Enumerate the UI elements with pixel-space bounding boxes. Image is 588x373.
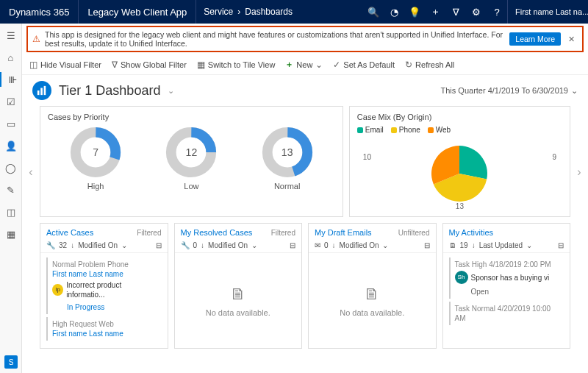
- accounts-icon[interactable]: ▭: [4, 116, 18, 131]
- brand-label[interactable]: Dynamics 365: [0, 0, 79, 24]
- legend-item[interactable]: Web: [428, 126, 451, 134]
- sitemap-badge[interactable]: S: [4, 355, 18, 369]
- count: 19: [460, 241, 468, 249]
- help-icon[interactable]: ?: [487, 0, 507, 24]
- task-icon[interactable]: ◔: [384, 0, 404, 24]
- activities-icon[interactable]: ☑: [4, 94, 18, 109]
- assistant-icon[interactable]: 💡: [404, 0, 425, 24]
- pie-slice[interactable]: [459, 146, 487, 179]
- compatibility-alert: ⚠ This app is designed for the legacy we…: [26, 26, 584, 52]
- activity-tags: Task Normal 4/20/2019 10:00 AM: [455, 304, 560, 323]
- home-icon[interactable]: ⌂: [4, 50, 18, 65]
- sort-arrow-icon[interactable]: ↓: [332, 241, 336, 249]
- learn-more-button[interactable]: Learn More: [509, 32, 561, 46]
- active-cases-card: Active CasesFiltered 🔧32↓Modified On⌄⊟ N…: [40, 223, 168, 349]
- card-title[interactable]: My Draft Emails: [315, 228, 372, 237]
- pie-value: 10: [363, 153, 371, 161]
- set-default-button[interactable]: ✓Set As Default: [333, 60, 395, 70]
- prev-page-button[interactable]: ‹: [24, 157, 37, 187]
- activity-status: Open: [471, 287, 560, 296]
- social-icon[interactable]: ◯: [4, 160, 18, 175]
- close-icon[interactable]: ✕: [565, 35, 578, 44]
- new-button[interactable]: ＋New⌄: [285, 59, 323, 70]
- add-icon[interactable]: ＋: [425, 0, 445, 24]
- filter-icon[interactable]: ∇: [445, 0, 466, 24]
- dashboard-avatar-icon: [32, 81, 51, 100]
- settings-icon[interactable]: ⚙: [466, 0, 487, 24]
- activity-item[interactable]: Task High 4/18/2019 2:00 PM ShSponsor ha…: [449, 257, 564, 299]
- knowledge-icon[interactable]: ▦: [4, 227, 18, 241]
- legend-item[interactable]: Email: [357, 126, 384, 134]
- svg-rect-0: [37, 90, 40, 95]
- chevron-down-icon[interactable]: ⌄: [121, 241, 127, 249]
- case-mix-card: Case Mix (By Origin) EmailPhoneWeb 9 13 …: [349, 106, 570, 217]
- expand-icon[interactable]: ⊟: [290, 241, 295, 249]
- donut-label: High: [87, 182, 104, 191]
- topbar-actions: 🔍 ◔ 💡 ＋ ∇ ⚙ ?: [363, 0, 507, 24]
- card-title: Cases by Priority: [48, 113, 335, 121]
- case-subject: Incorrect product informatio...: [66, 280, 157, 299]
- show-global-filter-button[interactable]: ∇Show Global Filter: [112, 60, 187, 70]
- card-title[interactable]: My Activities: [449, 228, 494, 237]
- key-icon[interactable]: 🔧: [46, 241, 55, 249]
- contacts-icon[interactable]: 👤: [4, 138, 18, 153]
- app-name[interactable]: Legacy Web Client App: [79, 0, 196, 24]
- dashboard-selector-chevron[interactable]: ⌄: [168, 86, 174, 96]
- donut-label: Low: [184, 182, 198, 191]
- case-owner-link[interactable]: First name Last name: [52, 269, 157, 279]
- dashboard-title: Tier 1 Dashboard: [59, 83, 160, 99]
- case-owner-link[interactable]: First name Last name: [52, 329, 157, 338]
- count: 32: [59, 241, 67, 249]
- expand-icon[interactable]: ⊟: [424, 241, 430, 249]
- resolved-cases-card: My Resolved CasesFiltered 🔧0↓Modified On…: [174, 223, 303, 349]
- sort-arrow-icon[interactable]: ↓: [71, 241, 74, 249]
- refresh-icon: ↻: [405, 60, 412, 70]
- case-item[interactable]: Normal Problem Phone First name Last nam…: [46, 257, 162, 314]
- card-title[interactable]: My Resolved Cases: [181, 228, 253, 237]
- case-item[interactable]: High Request Web First name Last name: [46, 317, 162, 341]
- activity-item[interactable]: Task Normal 4/20/2019 10:00 AM: [449, 302, 564, 325]
- sort-field[interactable]: Modified On: [208, 241, 248, 249]
- sort-arrow-icon[interactable]: ↓: [472, 241, 476, 249]
- avatar: Sh: [455, 271, 468, 284]
- dashboard-title-bar: Tier 1 Dashboard ⌄ This Quarter 4/1/2019…: [22, 75, 588, 106]
- legend-item[interactable]: Phone: [391, 126, 420, 134]
- activity-subject: Sponsor has a buying vi: [471, 273, 550, 283]
- queues-icon[interactable]: ◫: [4, 205, 18, 219]
- chevron-down-icon[interactable]: ⌄: [382, 241, 388, 249]
- dashboard-icon[interactable]: ⊪: [0, 72, 21, 87]
- chevron-down-icon[interactable]: ⌄: [251, 241, 257, 249]
- hide-visual-filter-button[interactable]: ◫Hide Visual Filter: [29, 60, 101, 70]
- date-range-selector[interactable]: This Quarter 4/1/2019 To 6/30/2019⌄: [441, 86, 578, 96]
- sort-field[interactable]: Modified On: [340, 241, 379, 249]
- card-title[interactable]: Active Cases: [46, 228, 93, 237]
- legend-swatch: [428, 127, 434, 133]
- key-icon[interactable]: 🔧: [181, 241, 190, 249]
- donut-low[interactable]: 12 Low: [165, 126, 218, 191]
- doc-icon[interactable]: 🗎: [449, 241, 456, 249]
- expand-icon[interactable]: ⊟: [558, 241, 564, 249]
- activity-tags: Task High 4/18/2019 2:00 PM: [455, 260, 560, 269]
- donut-high[interactable]: 7 High: [69, 126, 122, 191]
- next-page-button[interactable]: ›: [573, 157, 586, 187]
- expand-icon[interactable]: ⊟: [156, 241, 162, 249]
- menu-icon[interactable]: ☰: [4, 28, 18, 43]
- sort-field[interactable]: Modified On: [78, 241, 118, 249]
- chevron-right-icon: ›: [237, 7, 240, 17]
- donut-normal[interactable]: 13 Normal: [261, 126, 314, 191]
- sort-arrow-icon[interactable]: ↓: [201, 241, 204, 249]
- chevron-down-icon: ⌄: [315, 60, 323, 70]
- chevron-down-icon[interactable]: ⌄: [526, 241, 532, 249]
- donut-value: 13: [282, 146, 293, 158]
- switch-tile-view-button[interactable]: ▦Switch to Tile View: [197, 60, 276, 70]
- sort-field[interactable]: Last Updated: [479, 241, 523, 249]
- cases-icon[interactable]: ✎: [4, 182, 18, 197]
- search-icon[interactable]: 🔍: [363, 0, 384, 24]
- side-rail: ☰ ⌂ ⊪ ☑ ▭ 👤 ◯ ✎ ◫ ▦ S: [0, 24, 22, 373]
- refresh-button[interactable]: ↻Refresh All: [405, 60, 454, 70]
- warning-icon: ⚠: [32, 34, 40, 44]
- breadcrumb[interactable]: Service › Dashboards: [196, 7, 300, 17]
- user-profile[interactable]: First name Last na...: [507, 0, 588, 24]
- mail-icon[interactable]: ✉: [315, 241, 320, 249]
- chart-icon: ◫: [29, 60, 37, 70]
